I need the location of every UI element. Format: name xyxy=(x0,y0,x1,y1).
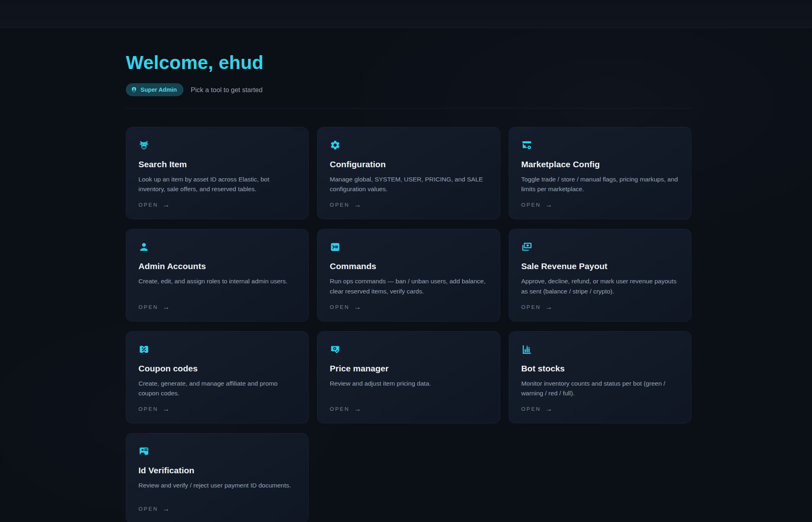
open-link[interactable]: OPEN → xyxy=(521,398,679,412)
tool-card-grid: Search Item Look up an item by asset ID … xyxy=(126,127,691,522)
tool-card-id-verification[interactable]: Id Verification Review and verify / reje… xyxy=(126,433,309,522)
arrow-right-icon: → xyxy=(354,304,361,311)
bar-chart-icon xyxy=(521,344,532,355)
open-link[interactable]: OPEN → xyxy=(138,296,296,311)
coupon-percent-icon xyxy=(138,344,149,355)
open-link[interactable]: OPEN → xyxy=(521,194,679,208)
tool-card-configuration[interactable]: Configuration Manage global, SYSTEM, USE… xyxy=(317,127,500,219)
open-link[interactable]: OPEN → xyxy=(330,296,487,311)
person-icon xyxy=(138,242,149,252)
open-label: OPEN xyxy=(330,304,350,310)
card-description: Look up an item by asset ID across Elast… xyxy=(138,175,296,194)
card-title: Id Verification xyxy=(138,466,296,475)
arrow-right-icon: → xyxy=(546,406,553,412)
card-description: Run ops commands — ban / unban users, ad… xyxy=(330,276,487,296)
card-title: Price manager xyxy=(330,364,487,373)
card-description: Approve, decline, refund, or mark user r… xyxy=(521,276,679,296)
card-title: Commands xyxy=(330,261,487,271)
storefront-gear-icon xyxy=(521,140,532,151)
tool-card-marketplace-config[interactable]: Marketplace Config Toggle trade / store … xyxy=(509,127,691,219)
cow-icon xyxy=(138,140,149,151)
open-label: OPEN xyxy=(330,406,350,412)
card-title: Marketplace Config xyxy=(521,160,679,169)
shield-person-icon xyxy=(131,86,137,93)
page-title: Welcome, ehud xyxy=(126,53,691,72)
tool-card-bot-stocks[interactable]: Bot stocks Monitor inventory counts and … xyxy=(509,331,691,423)
payments-icon xyxy=(521,242,532,252)
arrow-right-icon: → xyxy=(546,304,553,311)
open-link[interactable]: OPEN → xyxy=(330,194,487,208)
card-title: Search Item xyxy=(138,160,296,169)
card-title: Bot stocks xyxy=(521,364,679,373)
card-title: Configuration xyxy=(330,160,487,169)
tool-card-admin-accounts[interactable]: Admin Accounts Create, edit, and assign … xyxy=(126,229,309,321)
open-label: OPEN xyxy=(330,202,350,208)
tool-card-coupon-codes[interactable]: Coupon codes Create, generate, and manag… xyxy=(126,331,309,423)
card-description: Create, edit, and assign roles to intern… xyxy=(138,276,296,286)
divider xyxy=(126,108,691,108)
card-description: Monitor inventory counts and status per … xyxy=(521,379,679,398)
arrow-right-icon: → xyxy=(163,505,170,512)
open-link[interactable]: OPEN → xyxy=(521,296,679,311)
card-description: Toggle trade / store / manual flags, pri… xyxy=(521,175,679,194)
meta-row: Super Admin Pick a tool to get started xyxy=(126,83,691,96)
arrow-right-icon: → xyxy=(546,201,553,208)
arrow-right-icon: → xyxy=(354,406,361,412)
tool-card-price-manager[interactable]: Price manager Review and adjust item pri… xyxy=(317,331,500,423)
open-label: OPEN xyxy=(138,202,158,208)
card-description: Review and adjust item pricing data. xyxy=(330,379,487,388)
open-link[interactable]: OPEN → xyxy=(138,498,296,512)
role-badge-label: Super Admin xyxy=(140,86,177,93)
open-link[interactable]: OPEN → xyxy=(138,194,296,208)
dashboard-content: Welcome, ehud Super Admin Pick a tool to… xyxy=(126,28,691,522)
arrow-right-icon: → xyxy=(163,406,170,412)
open-label: OPEN xyxy=(138,304,158,310)
price-check-icon xyxy=(330,344,341,355)
card-title: Sale Revenue Payout xyxy=(521,261,679,271)
gear-icon xyxy=(330,140,341,151)
open-label: OPEN xyxy=(521,406,541,412)
open-link[interactable]: OPEN → xyxy=(138,398,296,412)
card-description: Create, generate, and manage affiliate a… xyxy=(138,379,296,398)
role-badge: Super Admin xyxy=(126,83,184,96)
open-link[interactable]: OPEN → xyxy=(330,398,487,412)
id-card-icon xyxy=(138,446,149,457)
arrow-right-icon: → xyxy=(163,201,170,208)
tool-card-search-item[interactable]: Search Item Look up an item by asset ID … xyxy=(126,127,309,219)
open-label: OPEN xyxy=(521,304,541,310)
tool-card-commands[interactable]: Commands Run ops commands — ban / unban … xyxy=(317,229,500,321)
open-label: OPEN xyxy=(138,406,158,412)
card-description: Manage global, SYSTEM, USER, PRICING, an… xyxy=(330,175,487,194)
open-label: OPEN xyxy=(138,506,158,512)
subtitle-text: Pick a tool to get started xyxy=(191,86,263,94)
arrow-right-icon: → xyxy=(354,201,361,208)
terminal-icon xyxy=(330,242,341,252)
top-bar xyxy=(0,0,812,28)
card-title: Coupon codes xyxy=(138,364,296,373)
tool-card-sale-revenue-payout[interactable]: Sale Revenue Payout Approve, decline, re… xyxy=(509,229,691,321)
arrow-right-icon: → xyxy=(163,304,170,311)
card-description: Review and verify / reject user payment … xyxy=(138,481,296,490)
open-label: OPEN xyxy=(521,202,541,208)
card-title: Admin Accounts xyxy=(138,261,296,271)
